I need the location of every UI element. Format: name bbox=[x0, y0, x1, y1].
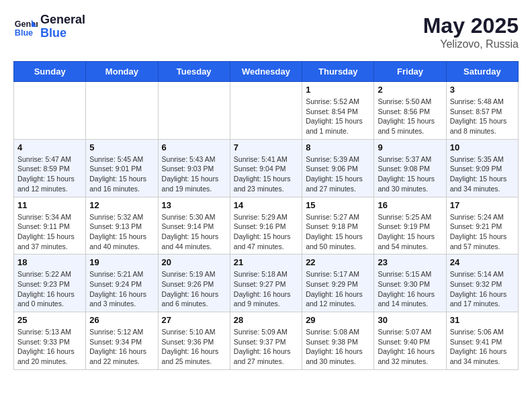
day-number: 14 bbox=[234, 200, 298, 210]
weekday-header-row: SundayMondayTuesdayWednesdayThursdayFrid… bbox=[14, 62, 519, 82]
day-number: 4 bbox=[17, 142, 82, 152]
day-cell-8: 8Sunrise: 5:39 AMSunset: 9:06 PMDaylight… bbox=[302, 139, 374, 197]
day-info: Sunrise: 5:35 AMSunset: 9:09 PMDaylight:… bbox=[450, 154, 515, 194]
day-info: Sunrise: 5:37 AMSunset: 9:08 PMDaylight:… bbox=[378, 154, 442, 194]
day-info: Sunrise: 5:34 AMSunset: 9:11 PMDaylight:… bbox=[17, 212, 82, 252]
day-info: Sunrise: 5:27 AMSunset: 9:18 PMDaylight:… bbox=[306, 212, 370, 252]
weekday-sunday: Sunday bbox=[14, 62, 86, 82]
day-cell-20: 20Sunrise: 5:19 AMSunset: 9:26 PMDayligh… bbox=[158, 255, 230, 312]
day-number: 26 bbox=[89, 315, 154, 325]
title-block: May 2025 Yelizovo, Russia bbox=[423, 13, 519, 50]
day-info: Sunrise: 5:17 AMSunset: 9:29 PMDaylight:… bbox=[306, 269, 370, 309]
day-info: Sunrise: 5:08 AMSunset: 9:38 PMDaylight:… bbox=[306, 327, 370, 367]
day-info: Sunrise: 5:09 AMSunset: 9:37 PMDaylight:… bbox=[234, 327, 298, 367]
day-cell-31: 31Sunrise: 5:06 AMSunset: 9:41 PMDayligh… bbox=[446, 312, 518, 370]
day-info: Sunrise: 5:13 AMSunset: 9:33 PMDaylight:… bbox=[17, 327, 82, 367]
day-cell-2: 2Sunrise: 5:50 AMSunset: 8:56 PMDaylight… bbox=[374, 82, 446, 140]
day-cell-25: 25Sunrise: 5:13 AMSunset: 9:33 PMDayligh… bbox=[14, 312, 86, 370]
day-cell-18: 18Sunrise: 5:22 AMSunset: 9:23 PMDayligh… bbox=[14, 255, 86, 312]
day-number: 31 bbox=[450, 315, 515, 325]
day-number: 9 bbox=[378, 142, 442, 152]
empty-cell bbox=[158, 82, 230, 140]
day-number: 6 bbox=[162, 142, 226, 152]
day-cell-21: 21Sunrise: 5:18 AMSunset: 9:27 PMDayligh… bbox=[230, 255, 302, 312]
day-cell-16: 16Sunrise: 5:25 AMSunset: 9:19 PMDayligh… bbox=[374, 197, 446, 255]
day-cell-22: 22Sunrise: 5:17 AMSunset: 9:29 PMDayligh… bbox=[302, 255, 374, 312]
week-row-5: 25Sunrise: 5:13 AMSunset: 9:33 PMDayligh… bbox=[14, 312, 519, 370]
day-info: Sunrise: 5:43 AMSunset: 9:03 PMDaylight:… bbox=[162, 154, 226, 194]
day-info: Sunrise: 5:06 AMSunset: 9:41 PMDaylight:… bbox=[450, 327, 515, 367]
day-info: Sunrise: 5:50 AMSunset: 8:56 PMDaylight:… bbox=[378, 97, 442, 136]
day-number: 11 bbox=[17, 200, 82, 210]
logo-icon: General Blue bbox=[13, 15, 38, 39]
day-number: 22 bbox=[306, 257, 370, 267]
day-number: 10 bbox=[450, 142, 515, 152]
day-cell-5: 5Sunrise: 5:45 AMSunset: 9:01 PMDaylight… bbox=[86, 139, 158, 197]
day-number: 25 bbox=[17, 315, 82, 325]
logo: General Blue GeneralBlue bbox=[13, 13, 85, 40]
day-number: 24 bbox=[450, 257, 515, 267]
svg-text:Blue: Blue bbox=[15, 28, 33, 37]
day-number: 17 bbox=[450, 200, 515, 210]
day-cell-28: 28Sunrise: 5:09 AMSunset: 9:37 PMDayligh… bbox=[230, 312, 302, 370]
day-info: Sunrise: 5:39 AMSunset: 9:06 PMDaylight:… bbox=[306, 154, 370, 194]
day-cell-3: 3Sunrise: 5:48 AMSunset: 8:57 PMDaylight… bbox=[446, 82, 518, 140]
week-row-2: 4Sunrise: 5:47 AMSunset: 8:59 PMDaylight… bbox=[14, 139, 519, 197]
day-info: Sunrise: 5:12 AMSunset: 9:34 PMDaylight:… bbox=[89, 327, 154, 367]
day-cell-23: 23Sunrise: 5:15 AMSunset: 9:30 PMDayligh… bbox=[374, 255, 446, 312]
calendar-body: 1Sunrise: 5:52 AMSunset: 8:54 PMDaylight… bbox=[14, 82, 519, 370]
day-number: 20 bbox=[162, 257, 226, 267]
day-number: 12 bbox=[89, 200, 154, 210]
day-info: Sunrise: 5:41 AMSunset: 9:04 PMDaylight:… bbox=[234, 154, 298, 194]
weekday-tuesday: Tuesday bbox=[158, 62, 230, 82]
day-number: 27 bbox=[162, 315, 226, 325]
day-info: Sunrise: 5:21 AMSunset: 9:24 PMDaylight:… bbox=[89, 269, 154, 309]
location: Yelizovo, Russia bbox=[423, 38, 519, 50]
day-cell-15: 15Sunrise: 5:27 AMSunset: 9:18 PMDayligh… bbox=[302, 197, 374, 255]
day-cell-17: 17Sunrise: 5:24 AMSunset: 9:21 PMDayligh… bbox=[446, 197, 518, 255]
day-info: Sunrise: 5:30 AMSunset: 9:14 PMDaylight:… bbox=[162, 212, 226, 252]
day-info: Sunrise: 5:07 AMSunset: 9:40 PMDaylight:… bbox=[378, 327, 442, 367]
week-row-4: 18Sunrise: 5:22 AMSunset: 9:23 PMDayligh… bbox=[14, 255, 519, 312]
empty-cell bbox=[86, 82, 158, 140]
day-cell-27: 27Sunrise: 5:10 AMSunset: 9:36 PMDayligh… bbox=[158, 312, 230, 370]
day-cell-10: 10Sunrise: 5:35 AMSunset: 9:09 PMDayligh… bbox=[446, 139, 518, 197]
day-number: 23 bbox=[378, 257, 442, 267]
day-number: 19 bbox=[89, 257, 154, 267]
day-info: Sunrise: 5:52 AMSunset: 8:54 PMDaylight:… bbox=[306, 97, 370, 136]
day-cell-24: 24Sunrise: 5:14 AMSunset: 9:32 PMDayligh… bbox=[446, 255, 518, 312]
day-number: 28 bbox=[234, 315, 298, 325]
day-number: 2 bbox=[378, 85, 442, 95]
day-cell-4: 4Sunrise: 5:47 AMSunset: 8:59 PMDaylight… bbox=[14, 139, 86, 197]
day-cell-9: 9Sunrise: 5:37 AMSunset: 9:08 PMDaylight… bbox=[374, 139, 446, 197]
day-number: 7 bbox=[234, 142, 298, 152]
day-cell-19: 19Sunrise: 5:21 AMSunset: 9:24 PMDayligh… bbox=[86, 255, 158, 312]
day-number: 1 bbox=[306, 85, 370, 95]
day-info: Sunrise: 5:19 AMSunset: 9:26 PMDaylight:… bbox=[162, 269, 226, 309]
day-number: 8 bbox=[306, 142, 370, 152]
day-cell-29: 29Sunrise: 5:08 AMSunset: 9:38 PMDayligh… bbox=[302, 312, 374, 370]
day-info: Sunrise: 5:15 AMSunset: 9:30 PMDaylight:… bbox=[378, 269, 442, 309]
calendar-table: SundayMondayTuesdayWednesdayThursdayFrid… bbox=[13, 61, 519, 370]
empty-cell bbox=[230, 82, 302, 140]
day-info: Sunrise: 5:24 AMSunset: 9:21 PMDaylight:… bbox=[450, 212, 515, 252]
day-cell-12: 12Sunrise: 5:32 AMSunset: 9:13 PMDayligh… bbox=[86, 197, 158, 255]
day-number: 13 bbox=[162, 200, 226, 210]
day-info: Sunrise: 5:10 AMSunset: 9:36 PMDaylight:… bbox=[162, 327, 226, 367]
weekday-thursday: Thursday bbox=[302, 62, 374, 82]
day-number: 21 bbox=[234, 257, 298, 267]
weekday-saturday: Saturday bbox=[446, 62, 518, 82]
page-header: General Blue GeneralBlue May 2025 Yelizo… bbox=[13, 13, 519, 50]
logo-text: GeneralBlue bbox=[40, 13, 85, 40]
day-info: Sunrise: 5:47 AMSunset: 8:59 PMDaylight:… bbox=[17, 154, 82, 194]
day-info: Sunrise: 5:48 AMSunset: 8:57 PMDaylight:… bbox=[450, 97, 515, 136]
day-info: Sunrise: 5:32 AMSunset: 9:13 PMDaylight:… bbox=[89, 212, 154, 252]
month-year: May 2025 bbox=[423, 13, 519, 38]
day-info: Sunrise: 5:45 AMSunset: 9:01 PMDaylight:… bbox=[89, 154, 154, 194]
day-number: 3 bbox=[450, 85, 515, 95]
weekday-friday: Friday bbox=[374, 62, 446, 82]
day-cell-30: 30Sunrise: 5:07 AMSunset: 9:40 PMDayligh… bbox=[374, 312, 446, 370]
day-cell-13: 13Sunrise: 5:30 AMSunset: 9:14 PMDayligh… bbox=[158, 197, 230, 255]
weekday-wednesday: Wednesday bbox=[230, 62, 302, 82]
day-info: Sunrise: 5:25 AMSunset: 9:19 PMDaylight:… bbox=[378, 212, 442, 252]
